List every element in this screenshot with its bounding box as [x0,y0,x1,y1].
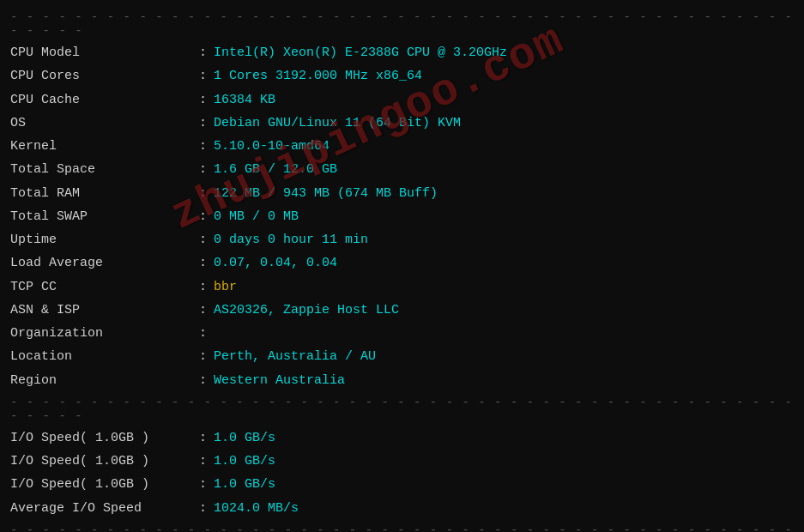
row-io-speed-3: I/O Speed( 1.0GB ) : 1.0 GB/s [0,473,804,496]
label-location: Location [10,347,199,366]
value-tcp-cc: bbr [214,277,237,297]
row-cpu-model: CPU Model : Intel(R) Xeon(R) E-2388G CPU… [0,41,804,64]
label-total-ram: Total RAM [10,184,199,203]
value-os: Debian GNU/Linux 11 (64 Bit) KVM [214,113,461,133]
row-avg-io-speed: Average I/O Speed : 1024.0 MB/s [0,497,804,520]
row-cpu-cache: CPU Cache : 16384 KB [0,88,804,112]
row-total-swap: Total SWAP : 0 MB / 0 MB [0,205,804,228]
label-load-average: Load Average [10,253,199,273]
row-total-space: Total Space : 1.6 GB / 12.0 GB [0,158,804,181]
value-io-speed-1: 1.0 GB/s [214,428,275,448]
value-asn-isp: AS20326, Zappie Host LLC [214,300,399,320]
terminal: zhujipingoo.com - - - - - - - - - - - - … [0,0,804,532]
label-tcp-cc: TCP CC [10,277,199,297]
value-cpu-cache: 16384 KB [214,90,275,110]
row-total-ram: Total RAM : 122 MB / 943 MB (674 MB Buff… [0,182,804,205]
row-tcp-cc: TCP CC : bbr [0,275,804,299]
value-total-swap: 0 MB / 0 MB [214,207,299,227]
row-kernel: Kernel : 5.10.0-10-amd64 [0,135,804,158]
label-cpu-cache: CPU Cache [10,90,199,110]
row-asn-isp: ASN & ISP : AS20326, Zappie Host LLC [0,299,804,322]
row-cpu-cores: CPU Cores : 1 Cores 3192.000 MHz x86_64 [0,64,804,88]
value-load-average: 0.07, 0.04, 0.04 [214,253,337,273]
divider-top: - - - - - - - - - - - - - - - - - - - - … [0,7,804,41]
label-total-swap: Total SWAP [10,207,199,227]
value-uptime: 0 days 0 hour 11 min [214,230,368,250]
label-os: OS [10,113,199,133]
value-cpu-cores: 1 Cores 3192.000 MHz x86_64 [214,66,422,86]
label-total-space: Total Space [10,160,199,179]
label-io-speed-3: I/O Speed( 1.0GB ) [10,475,199,494]
label-organization: Organization [10,323,199,343]
divider-middle: - - - - - - - - - - - - - - - - - - - - … [0,392,804,426]
value-avg-io-speed: 1024.0 MB/s [214,499,299,518]
value-total-space: 1.6 GB / 12.0 GB [214,160,337,179]
value-kernel: 5.10.0-10-amd64 [214,136,329,156]
row-os: OS : Debian GNU/Linux 11 (64 Bit) KVM [0,112,804,135]
value-cpu-model: Intel(R) Xeon(R) E-2388G CPU @ 3.20GHz [214,43,507,63]
divider-bottom: - - - - - - - - - - - - - - - - - - - - … [0,520,804,532]
row-uptime: Uptime : 0 days 0 hour 11 min [0,228,804,251]
row-io-speed-1: I/O Speed( 1.0GB ) : 1.0 GB/s [0,426,804,450]
value-region: Western Australia [214,371,345,390]
label-cpu-model: CPU Model [10,43,199,63]
label-kernel: Kernel [10,136,199,156]
row-region: Region : Western Australia [0,369,804,392]
label-region: Region [10,371,199,390]
value-io-speed-2: 1.0 GB/s [214,451,275,471]
row-location: Location : Perth, Australia / AU [0,345,804,368]
row-load-average: Load Average : 0.07, 0.04, 0.04 [0,251,804,275]
value-location: Perth, Australia / AU [214,347,376,366]
label-io-speed-1: I/O Speed( 1.0GB ) [10,428,199,448]
row-organization: Organization : [0,322,804,345]
label-io-speed-2: I/O Speed( 1.0GB ) [10,451,199,471]
label-uptime: Uptime [10,230,199,250]
label-asn-isp: ASN & ISP [10,300,199,320]
value-io-speed-3: 1.0 GB/s [214,475,275,494]
label-avg-io-speed: Average I/O Speed [10,499,199,518]
row-io-speed-2: I/O Speed( 1.0GB ) : 1.0 GB/s [0,450,804,473]
label-cpu-cores: CPU Cores [10,66,199,86]
value-total-ram: 122 MB / 943 MB (674 MB Buff) [214,184,438,203]
